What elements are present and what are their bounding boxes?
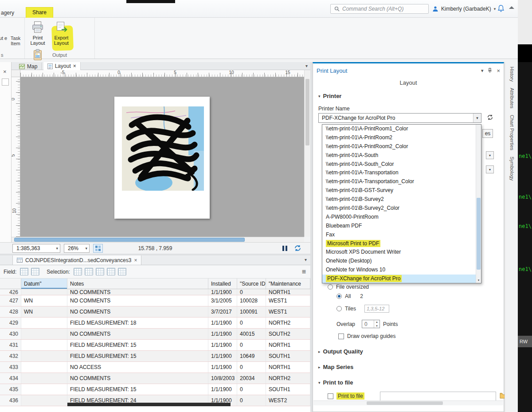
table-row[interactable]: 428WNNO COMMENTS3/7/2017100091WEST1: [0, 306, 310, 318]
column-header-notes[interactable]: Notes: [67, 279, 208, 289]
spin-down-icon[interactable]: ▼: [374, 324, 379, 328]
table-cell[interactable]: 430: [0, 329, 21, 339]
column-header-datum[interactable]: Datum": [21, 279, 67, 289]
printer-option[interactable]: A-PW8000-PrintRoom: [322, 213, 481, 222]
view-tab-map[interactable]: Map: [15, 63, 42, 71]
table-cell[interactable]: 435: [0, 384, 21, 395]
all-radio[interactable]: All 2: [336, 293, 363, 299]
table-cell[interactable]: NO COMMENTS: [67, 329, 208, 339]
table-cell[interactable]: [21, 340, 67, 350]
table-cell[interactable]: SOUTH2: [266, 329, 310, 339]
table-cell[interactable]: 429: [0, 318, 21, 328]
table-row[interactable]: 427WNNO COMMENTS3/1/2005100028WEST1: [0, 295, 310, 306]
table-cell[interactable]: 1/1/1900: [208, 340, 237, 350]
delete-selection-icon[interactable]: [118, 268, 126, 275]
pane-horizontal-scrollbar[interactable]: [313, 400, 503, 405]
column-header-installed[interactable]: Installed: [208, 279, 237, 289]
map-series-section-header[interactable]: ▸ Map Series: [318, 364, 353, 370]
table-cell[interactable]: 1/1/1900: [208, 329, 237, 339]
table-cell[interactable]: NO COMMENTS: [67, 306, 208, 317]
table-cell[interactable]: 10649: [237, 351, 266, 361]
refresh-view-button[interactable]: [294, 244, 301, 252]
table-cell[interactable]: 431: [0, 340, 21, 350]
table-cell[interactable]: 10/8/2003: [208, 373, 237, 384]
table-row[interactable]: 433NO ACCESS1/1/19000NORTH1: [0, 362, 310, 373]
table-cell[interactable]: WEST1: [266, 306, 310, 317]
printer-option[interactable]: \\etm-print-01\A-PrintRoom2_Color: [322, 142, 481, 151]
table-cell[interactable]: NO COMMENTS: [67, 295, 208, 306]
table-row[interactable]: 435FIELD MEASUREMENT: 151/1/19000SOUTH1: [0, 384, 310, 395]
partial-button-task-item[interactable]: Task Item: [10, 35, 21, 46]
draw-overlap-guides-checkbox[interactable]: Draw overlap guides: [338, 333, 395, 339]
table-cell[interactable]: 100028: [237, 295, 266, 306]
table-cell[interactable]: NO COMMENTS: [67, 289, 208, 295]
table-cell[interactable]: FIELD MEASUREMENT: 15: [67, 384, 208, 395]
overlap-spinner[interactable]: 0 ▲▼: [362, 320, 380, 328]
output-file-input[interactable]: [380, 392, 496, 401]
zoom-to-selection-icon[interactable]: [85, 268, 93, 275]
close-icon[interactable]: ×: [73, 63, 76, 69]
column-header-source-id[interactable]: "Source ID": [237, 279, 266, 289]
table-cell[interactable]: 433: [0, 362, 21, 373]
ribbon-tab-imagery-partial[interactable]: agery: [0, 8, 17, 18]
table-cell[interactable]: 1/1/1900: [208, 289, 237, 295]
table-cell[interactable]: 100091: [237, 306, 266, 317]
export-layout-button[interactable]: Export Layout: [51, 20, 71, 46]
table-cell[interactable]: [21, 329, 67, 339]
table-row[interactable]: 431FIELD MEASUREMENT: 151/1/19000NORTH1: [0, 340, 310, 351]
notifications-button[interactable]: [497, 4, 505, 12]
column-header-maintenance[interactable]: "Maintenance: [266, 279, 310, 289]
table-tab-list-icon[interactable]: ▾: [305, 257, 307, 262]
table-cell[interactable]: [21, 289, 67, 295]
printer-option[interactable]: \\etm-print-01\A-Transportation: [322, 169, 481, 177]
tiles-radio[interactable]: Tiles 1,3,5-12: [336, 305, 389, 313]
table-cell[interactable]: 0: [237, 362, 266, 373]
table-row[interactable]: 429FIELD MEASUREMENT: 181/1/19000NORTH2: [0, 318, 310, 329]
ribbon-tab-share[interactable]: Share: [26, 7, 53, 18]
table-row[interactable]: 434NO COMMENTS10/8/200320034NORTH2: [0, 373, 310, 384]
pane-menu-icon[interactable]: ▾: [481, 68, 484, 74]
tiles-input[interactable]: 1,3,5-12: [364, 305, 389, 313]
printer-option[interactable]: Microsoft XPS Document Writer: [322, 248, 481, 257]
printer-name-combo[interactable]: PDF-XChange for AcroPlot Pro ▾: [318, 113, 481, 123]
table-cell[interactable]: 432: [0, 351, 21, 361]
dropdown-scrollbar[interactable]: [476, 125, 481, 277]
layout-canvas[interactable]: [20, 77, 304, 237]
table-row[interactable]: 430NO COMMENTS1/1/190040015SOUTH2: [0, 329, 310, 340]
printer-option[interactable]: PDF-XChange for AcroPlot Pro: [322, 275, 481, 283]
table-cell[interactable]: NORTH1: [266, 289, 310, 295]
table-cell[interactable]: 20034: [237, 373, 266, 384]
layout-page[interactable]: [114, 97, 210, 219]
table-cell[interactable]: 3/7/2017: [208, 306, 237, 317]
table-cell[interactable]: WEST2: [266, 395, 310, 406]
table-cell[interactable]: 436: [0, 395, 21, 406]
view-tab-list-icon[interactable]: ▾: [305, 63, 308, 68]
close-icon[interactable]: ×: [134, 257, 137, 263]
close-icon[interactable]: ×: [3, 68, 11, 75]
command-search-input[interactable]: Command Search (Alt+Q): [330, 4, 429, 14]
print-to-file-checkbox[interactable]: [328, 393, 333, 399]
refresh-printers-button[interactable]: [487, 114, 493, 121]
printer-option[interactable]: \\etm-print-01\B-Survey2: [322, 195, 481, 204]
table-cell[interactable]: 434: [0, 373, 21, 384]
table-cell[interactable]: 1/1/1900: [208, 318, 237, 328]
file-oversized-radio[interactable]: File oversized: [328, 284, 369, 290]
table-cell[interactable]: 0: [237, 289, 266, 295]
table-cell[interactable]: [21, 373, 67, 384]
table-cell[interactable]: SOUTH1: [266, 384, 310, 395]
table-cell[interactable]: WEST1: [266, 295, 310, 306]
tab-attributes[interactable]: Attributes: [509, 88, 515, 108]
view-tab-layout[interactable]: Layout ×: [43, 62, 81, 70]
printer-option[interactable]: \\etm-print-01\B-Survey2_Color: [322, 204, 481, 213]
switch-selection-icon[interactable]: [96, 268, 104, 275]
calculate-field-icon[interactable]: [31, 268, 39, 275]
table-cell[interactable]: 40015: [237, 329, 266, 339]
table-cell[interactable]: [21, 362, 67, 373]
combo-fragment[interactable]: ▾: [486, 165, 494, 173]
table-cell[interactable]: FIELD MEASUREMENT: 15: [67, 340, 208, 350]
table-cell[interactable]: FIELD MEASUREMENT: 15: [67, 351, 208, 361]
table-cell[interactable]: NO ACCESS: [67, 362, 208, 373]
printer-section-header[interactable]: ▾ Printer: [318, 93, 341, 99]
layout-horizontal-scrollbar[interactable]: [12, 237, 304, 242]
printer-option[interactable]: Fax: [322, 231, 481, 239]
